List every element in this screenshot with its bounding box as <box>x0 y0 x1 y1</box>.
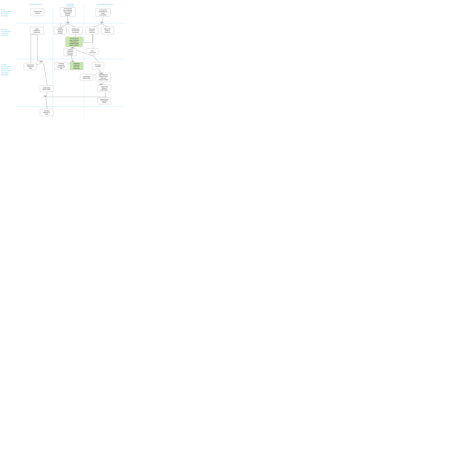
node-converting-drive: Converting drive energy into gas kinetic… <box>96 73 110 81</box>
node-regulating-recycle: Regulating recycle gas flow to the compr… <box>70 62 83 70</box>
svg-line-8 <box>102 17 103 22</box>
node-unsafe-suppressed: Unsafe operation is suppressed <box>30 27 44 34</box>
and-gate-5: AND <box>71 60 74 62</box>
node-providing-inlet: Providing compressor package inlet flow <box>54 62 68 70</box>
and-gate-8: AND <box>44 95 47 97</box>
node-providing-detection: Providing detection of events <box>40 109 53 116</box>
svg-line-20 <box>43 63 47 86</box>
node-gas-turbine: Providing gas turbine power <box>80 74 93 81</box>
node-anti-surge: Anti-surge recycle is minimized <box>86 27 98 34</box>
node-gas-delivered: To ensure gas flow is delivered at the r… <box>60 7 76 17</box>
node-correct-speed: Correct compressor speed is provided <box>54 27 67 34</box>
goal-decomposition-label: Goal Decomposition (whole-part dimension… <box>1 9 14 17</box>
and-gate-1: AND <box>66 22 69 24</box>
svg-line-9 <box>93 24 102 27</box>
svg-line-5 <box>68 17 68 22</box>
node-sufficient-gas: Sufficient gas flow and head is produced <box>69 27 82 34</box>
and-gate-3: AND <box>71 46 74 49</box>
optimization-perspective-label: Optimization Perspective <box>95 3 115 7</box>
svg-line-6 <box>61 24 68 27</box>
node-maintaining: Maintaining the compressor system <box>98 97 111 104</box>
and-gate-4: AND <box>40 60 43 62</box>
node-shutdown: To ensure safe shutdown <box>31 9 44 16</box>
and-gate-2: AND <box>100 22 103 24</box>
node-suppress-surge: Suppressing compressor surge <box>24 63 37 70</box>
node-blance-line: Blance line recyle is minimized <box>101 27 114 34</box>
node-operational-range: The operational range of pressure and fl… <box>66 37 83 47</box>
svg-line-24 <box>93 55 99 63</box>
node-sufficient-inlet: Sufficient compressor inlet flow is prov… <box>64 49 77 56</box>
node-suppress-efficiency: Suppressing efficiency deterioration* <box>98 85 111 92</box>
node-power-minimize: To ensure the minimization of power cons… <box>95 9 110 17</box>
perspectives-header: Safety Perspective Production Perspectiv… <box>18 3 122 7</box>
objective-decomposition-label: Objective Decomposition (whole-part dime… <box>1 28 14 37</box>
safety-perspective-label: Safety Perspective <box>25 3 46 7</box>
and-gate-6: AND <box>99 72 103 74</box>
svg-line-21 <box>71 56 73 61</box>
svg-line-32 <box>46 98 47 110</box>
and-gate-7: AND <box>99 83 103 85</box>
svg-line-10 <box>102 24 108 27</box>
production-perspective-label: Production Perspective <box>60 3 81 7</box>
svg-line-7 <box>68 24 76 27</box>
node-work-converted: The work is converted <box>92 62 104 69</box>
node-suppress-failure: Suppressing failure modes* <box>40 85 53 92</box>
node-gas-compressed: Gas is compressed <box>86 49 98 55</box>
diagram-container: Safety Perspective Production Perspectiv… <box>0 0 125 120</box>
function-decomposition-label: Function Decomposition (whole-part dimen… <box>1 64 14 76</box>
